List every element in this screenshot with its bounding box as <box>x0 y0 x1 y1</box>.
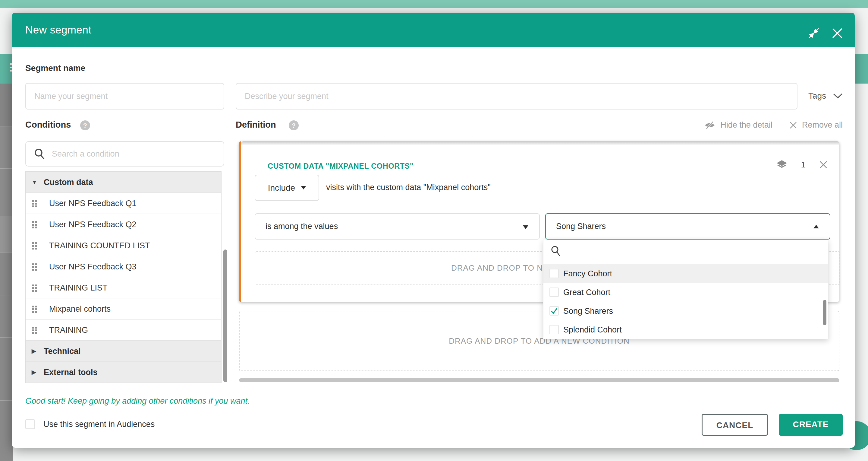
new-segment-modal: New segment Segment name Tags <box>12 13 855 448</box>
option-fancy-cohort[interactable]: Fancy Cohort <box>544 264 828 283</box>
drag-handle-icon[interactable] <box>32 263 37 270</box>
drag-handle-icon[interactable] <box>32 306 37 313</box>
option-great-cohort[interactable]: Great Cohort <box>544 283 828 302</box>
condition-search-input[interactable] <box>52 142 218 166</box>
audiences-checkbox-row[interactable]: Use this segment in Audiences <box>25 420 155 429</box>
conditions-help-icon[interactable]: ? <box>80 120 90 130</box>
background-top-bar <box>0 0 868 8</box>
list-item[interactable]: Mixpanel cohorts <box>26 298 221 319</box>
hide-detail-button[interactable]: Hide the detail <box>704 120 772 130</box>
group-custom-data[interactable]: ▼ Custom data <box>26 172 221 193</box>
value-select[interactable]: Song Sharers <box>545 213 830 239</box>
definition-help-icon[interactable]: ? <box>289 120 299 130</box>
list-item[interactable]: TRAINING COUNTED LIST <box>26 235 221 256</box>
segment-name-input[interactable] <box>25 83 224 110</box>
list-item[interactable]: User NPS Feedback Q2 <box>26 214 221 235</box>
condition-card-tools: 1 <box>776 160 828 170</box>
cancel-button[interactable]: CANCEL <box>702 414 768 436</box>
conditions-list: ▼ Custom data User NPS Feedback Q1 User … <box>25 171 221 383</box>
drag-handle-icon[interactable] <box>32 327 37 334</box>
hide-detail-label: Hide the detail <box>720 120 772 130</box>
checkbox-unchecked[interactable] <box>550 269 559 278</box>
group-technical[interactable]: ▶ Technical <box>26 341 221 362</box>
condition-description: visits with the custom data "Mixpanel co… <box>326 183 491 192</box>
tags-label: Tags <box>808 91 826 101</box>
search-icon <box>33 148 46 161</box>
list-item[interactable]: User NPS Feedback Q1 <box>26 193 221 214</box>
conditions-label: Conditions <box>25 120 71 130</box>
tags-dropdown[interactable]: Tags <box>808 88 843 104</box>
create-button[interactable]: CREATE <box>779 414 843 436</box>
chevron-down-icon <box>833 93 843 99</box>
list-item[interactable]: TRAINING LIST <box>26 277 221 298</box>
drag-handle-icon[interactable] <box>32 285 37 291</box>
dropzone-text: DRAG AND DROP TO NAR <box>451 252 554 285</box>
triangle-up-icon <box>813 225 819 228</box>
screen: New segment Segment name Tags <box>0 0 868 461</box>
triangle-collapsed-icon: ▶ <box>32 341 36 362</box>
modal-title: New segment <box>25 13 91 47</box>
operator-select[interactable]: is among the values <box>255 213 540 239</box>
definition-horizontal-scrollbar[interactable] <box>239 378 839 382</box>
definition-label: Definition <box>236 120 276 130</box>
value-dropdown-panel: Fancy Cohort Great Cohort Song Sharers S… <box>543 239 828 339</box>
collapse-icon[interactable] <box>808 27 820 39</box>
audiences-checkbox[interactable] <box>25 420 35 429</box>
condition-search <box>25 141 224 167</box>
remove-all-x-icon <box>789 121 797 129</box>
group-label: Custom data <box>44 172 93 193</box>
layers-icon <box>776 160 787 170</box>
condition-count: 1 <box>801 160 806 170</box>
checkbox-unchecked[interactable] <box>550 288 559 297</box>
checkbox-unchecked[interactable] <box>550 325 559 334</box>
remove-all-label: Remove all <box>802 120 843 130</box>
condition-card-title: CUSTOM DATA "MIXPANEL COHORTS" <box>268 162 413 170</box>
segment-name-label: Segment name <box>25 63 85 73</box>
list-item[interactable]: TRAINING <box>26 319 221 341</box>
triangle-collapsed-icon: ▶ <box>32 362 36 383</box>
background-sidebar <box>0 84 13 461</box>
conditions-list-scrollbar[interactable] <box>223 250 227 382</box>
triangle-down-icon <box>301 186 306 190</box>
option-splendid-cohort[interactable]: Splendid Cohort <box>544 320 828 339</box>
close-icon[interactable] <box>831 27 843 39</box>
remove-all-button[interactable]: Remove all <box>789 120 843 130</box>
hint-text: Good start! Keep going by adding other c… <box>25 397 250 406</box>
eye-slash-icon <box>704 121 715 130</box>
drag-handle-icon[interactable] <box>32 221 37 228</box>
triangle-expanded-icon: ▼ <box>32 172 37 193</box>
card-close-icon[interactable] <box>819 160 828 169</box>
check-icon <box>550 307 558 315</box>
segment-description-input[interactable] <box>236 83 798 110</box>
group-external-tools[interactable]: ▶ External tools <box>26 362 221 383</box>
triangle-down-icon <box>523 225 528 229</box>
include-dropdown[interactable]: Include <box>255 175 319 201</box>
definition-actions: Hide the detail Remove all <box>704 120 843 130</box>
divider <box>544 264 828 264</box>
modal-header: New segment <box>12 13 855 47</box>
drag-handle-icon[interactable] <box>32 242 37 249</box>
list-item[interactable]: User NPS Feedback Q3 <box>26 256 221 277</box>
option-song-sharers[interactable]: Song Sharers <box>544 302 828 320</box>
drag-handle-icon[interactable] <box>32 200 37 207</box>
dropdown-scrollbar[interactable] <box>823 300 827 325</box>
audiences-checkbox-label: Use this segment in Audiences <box>43 420 155 429</box>
checkbox-checked[interactable] <box>550 306 559 316</box>
search-icon <box>550 245 562 258</box>
